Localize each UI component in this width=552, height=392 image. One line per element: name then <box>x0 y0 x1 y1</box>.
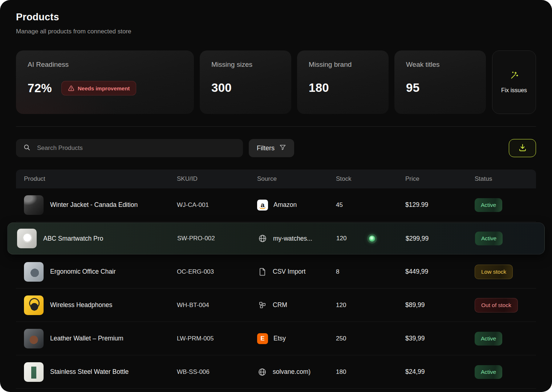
source-cell: E Etsy <box>257 333 336 344</box>
price-cell: $449,99 <box>405 268 475 275</box>
price-cell: $299,99 <box>406 235 475 242</box>
product-cell: Leather Wallet – Premium <box>24 329 177 348</box>
status-cell: Out of stock <box>475 298 528 313</box>
status-cell: Active <box>475 232 535 245</box>
fix-issues-button[interactable]: Fix issues <box>492 50 536 114</box>
filters-label: Filters <box>257 144 275 152</box>
filters-button[interactable]: Filters <box>249 139 294 157</box>
stock-cell: 250 <box>336 335 405 342</box>
globe-icon <box>257 368 267 376</box>
table-row[interactable]: Leather Wallet – Premium LW-PRM-005 E Et… <box>16 322 536 355</box>
source-cell: CRM <box>257 301 336 309</box>
stats-row: AI Readiness 72% Needs improvement Missi… <box>16 50 536 114</box>
product-cell: Stainless Steel Water Bottle <box>24 362 177 382</box>
price-cell: $129.99 <box>405 201 475 209</box>
source-name: Amazon <box>273 201 297 209</box>
search-input[interactable] <box>36 144 236 152</box>
page-title: Products <box>16 12 536 23</box>
search-box[interactable] <box>16 139 243 157</box>
product-thumbnail <box>24 295 44 315</box>
status-cell: Active <box>475 332 528 346</box>
status-badge: Out of stock <box>475 298 518 313</box>
status-badge: Active <box>475 198 502 212</box>
price-cell: $89,99 <box>405 301 475 309</box>
table-row[interactable]: Winter Jacket - Canada Edition WJ-CA-001… <box>16 188 536 222</box>
stat-label: AI Readiness <box>28 61 182 69</box>
column-header-product: Product <box>24 175 177 183</box>
source-cell: a Amazon <box>257 200 336 211</box>
stock-cell: 180 <box>336 368 405 376</box>
table-row[interactable]: Ergonomic Office Chair OC-ERG-003 CSV Im… <box>16 255 536 289</box>
sku-cell: OC-ERG-003 <box>177 268 257 275</box>
stat-value: 95 <box>406 81 419 95</box>
table-header: Product SKU/ID Source Stock Price Status <box>16 170 536 188</box>
stat-label: Weak titles <box>406 61 474 69</box>
products-page: Products Manage all products from connec… <box>0 0 552 392</box>
source-name: CSV Import <box>273 268 305 275</box>
toolbar: Filters <box>16 139 536 157</box>
sku-cell: WH-BT-004 <box>177 302 257 309</box>
status-badge: Active <box>475 232 503 245</box>
column-header-status: Status <box>475 175 528 183</box>
status-badge: Low stock <box>475 265 513 279</box>
status-cell: Active <box>475 365 528 379</box>
product-cell: Wireless Headphones <box>24 295 177 315</box>
product-name: Winter Jacket - Canada Edition <box>50 201 138 209</box>
product-name: Leather Wallet – Premium <box>50 335 123 342</box>
product-thumbnail <box>24 329 44 348</box>
products-table: Product SKU/ID Source Stock Price Status… <box>16 170 536 389</box>
stat-card-ai-readiness: AI Readiness 72% Needs improvement <box>16 50 194 114</box>
column-header-stock: Stock <box>336 175 405 183</box>
price-cell: $24,99 <box>405 368 475 376</box>
funnel-icon <box>279 144 286 152</box>
product-cell: Winter Jacket - Canada Edition <box>24 195 177 215</box>
column-header-source: Source <box>257 175 336 183</box>
sync-indicator-dot <box>369 236 375 242</box>
product-name: ABC Smartwatch Pro <box>43 235 103 242</box>
source-cell: solvane.com) <box>257 368 336 376</box>
source-name: solvane.com) <box>273 368 310 376</box>
stock-cell: 8 <box>336 268 405 275</box>
sku-cell: LW-PRM-005 <box>177 335 257 342</box>
column-header-price: Price <box>405 175 475 183</box>
download-icon <box>518 143 527 153</box>
product-name: Wireless Headphones <box>50 301 112 309</box>
fix-issues-label: Fix issues <box>501 87 527 94</box>
product-thumbnail <box>24 195 44 215</box>
source-name: my-watches... <box>273 235 312 242</box>
etsy-icon: E <box>257 333 268 344</box>
file-icon <box>257 268 267 276</box>
column-header-sku: SKU/ID <box>177 175 257 183</box>
status-cell: Active <box>475 198 528 212</box>
product-thumbnail <box>24 262 44 282</box>
stat-value: 180 <box>309 81 329 95</box>
product-name: Ergonomic Office Chair <box>50 268 116 275</box>
source-name: Etsy <box>273 335 286 342</box>
product-thumbnail <box>17 229 37 248</box>
stat-label: Missing brand <box>309 61 377 69</box>
stock-cell: 120 <box>336 235 406 242</box>
section-divider <box>16 126 536 127</box>
table-row-selected[interactable]: ABC Smartwatch Pro SW-PRO-002 my-watches… <box>7 222 545 254</box>
status-cell: Low stock <box>475 265 528 279</box>
table-row[interactable]: Wireless Headphones WH-BT-004 CRM 120 $8… <box>16 289 536 322</box>
needs-improvement-badge: Needs improvement <box>61 81 136 95</box>
grid-icon <box>257 301 267 309</box>
sku-cell: WJ-CA-001 <box>177 201 257 209</box>
stat-value: 300 <box>211 81 232 95</box>
stat-card-weak-titles: Weak titles 95 <box>394 50 486 114</box>
table-row[interactable]: Stainless Steel Water Bottle WB-SS-006 s… <box>16 355 536 389</box>
stock-cell: 120 <box>336 302 405 309</box>
product-thumbnail <box>24 362 44 382</box>
source-cell: CSV Import <box>257 268 336 276</box>
search-icon <box>23 144 31 152</box>
price-cell: $39,99 <box>405 335 475 342</box>
export-download-button[interactable] <box>509 139 536 157</box>
product-cell: ABC Smartwatch Pro <box>17 229 177 248</box>
stat-card-missing-brand: Missing brand 180 <box>297 50 389 114</box>
status-badge: Active <box>475 365 502 379</box>
stat-value: 72% <box>28 81 52 95</box>
sku-cell: SW-PRO-002 <box>177 235 257 242</box>
stat-label: Missing sizes <box>211 61 280 69</box>
magic-wand-icon <box>510 71 519 81</box>
